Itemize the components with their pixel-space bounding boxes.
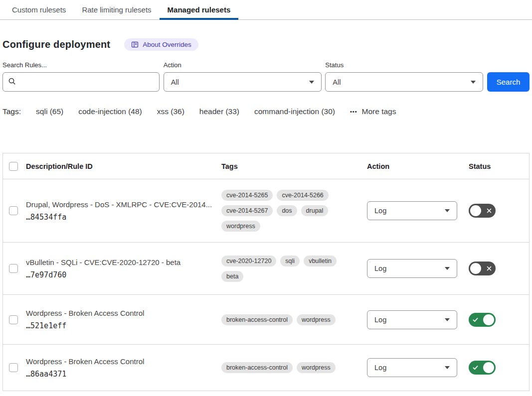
- action-dropdown-value: Log: [374, 207, 386, 215]
- tag-pill: broken-access-control: [221, 362, 293, 373]
- chevron-down-icon: [445, 318, 450, 321]
- column-header-action: Action: [367, 162, 469, 170]
- tag-pill: wordpress: [297, 362, 336, 373]
- table-row: Wordpress - Broken Access Control …521e1…: [3, 295, 529, 345]
- status-toggle[interactable]: [469, 204, 496, 218]
- action-select-value: All: [171, 78, 179, 86]
- search-rules-input[interactable]: [20, 78, 154, 86]
- rule-tags-cell: cve-2014-5265 cve-2014-5266 cve-2014-526…: [221, 190, 367, 232]
- tag-pill: cve-2020-12720: [221, 256, 276, 266]
- column-header-status: Status: [469, 162, 529, 170]
- tag-pill: cve-2014-5267: [221, 205, 273, 216]
- search-filter: Search Rules...: [2, 61, 160, 92]
- action-filter: Action All: [164, 61, 322, 92]
- tab-managed-rulesets[interactable]: Managed rulesets: [160, 0, 239, 20]
- status-filter: Status All: [325, 61, 483, 92]
- about-overrides-badge[interactable]: About Overrides: [124, 38, 198, 51]
- rule-description-cell: Drupal, Wordpress - DoS - XMLRPC - CVE:C…: [26, 200, 221, 222]
- status-select[interactable]: All: [325, 72, 483, 92]
- check-icon: [472, 316, 479, 323]
- action-dropdown-value: Log: [374, 264, 386, 272]
- search-rules-label: Search Rules...: [2, 61, 160, 69]
- search-button[interactable]: Search: [487, 72, 530, 92]
- toggle-knob: [483, 314, 494, 325]
- rule-action-cell: Log: [367, 259, 469, 278]
- tag-pill: wordpress: [297, 314, 336, 325]
- chevron-down-icon: [309, 81, 314, 84]
- table-row: Drupal, Wordpress - DoS - XMLRPC - CVE:C…: [3, 179, 529, 243]
- book-icon: [131, 41, 139, 48]
- more-tags-button[interactable]: ••• More tags: [350, 107, 396, 116]
- rule-action-cell: Log: [367, 358, 469, 377]
- column-header-description: Description/Rule ID: [26, 162, 221, 170]
- row-checkbox[interactable]: [9, 363, 18, 372]
- rule-title: Wordpress - Broken Access Control: [26, 357, 221, 366]
- chevron-down-icon: [445, 209, 450, 212]
- ruleset-tabs: Custom rulesets Rate limiting rulesets M…: [0, 0, 532, 20]
- toggle-knob: [483, 362, 494, 373]
- tag-pill: dos: [277, 205, 297, 216]
- tag-filter-header[interactable]: header (33): [199, 107, 239, 116]
- rule-title: Drupal, Wordpress - DoS - XMLRPC - CVE:C…: [26, 200, 221, 209]
- chevron-down-icon: [471, 81, 476, 84]
- status-select-value: All: [333, 78, 341, 86]
- search-icon: [8, 77, 16, 87]
- toggle-knob: [470, 205, 481, 216]
- x-icon: [486, 208, 492, 214]
- tag-filter-command-injection[interactable]: command-injection (30): [254, 107, 335, 116]
- rule-status-cell: [469, 204, 529, 218]
- row-checkbox[interactable]: [9, 264, 18, 273]
- action-dropdown[interactable]: Log: [367, 259, 457, 278]
- tab-custom-rulesets[interactable]: Custom rulesets: [4, 0, 74, 20]
- tag-pill: wordpress: [221, 221, 260, 232]
- column-header-tags: Tags: [221, 162, 367, 170]
- tag-filter-code-injection[interactable]: code-injection (48): [78, 107, 142, 116]
- rule-tags-cell: cve-2020-12720 sqli vbulletin beta: [221, 256, 367, 282]
- tab-rate-limiting-rulesets[interactable]: Rate limiting rulesets: [74, 0, 159, 20]
- row-checkbox[interactable]: [9, 315, 18, 324]
- tag-filter-xss[interactable]: xss (36): [157, 107, 184, 116]
- status-toggle[interactable]: [469, 313, 496, 327]
- rule-title: Wordpress - Broken Access Control: [26, 309, 221, 317]
- status-toggle[interactable]: [469, 361, 496, 375]
- tag-pill: broken-access-control: [221, 314, 293, 325]
- action-dropdown[interactable]: Log: [367, 201, 457, 220]
- rule-status-cell: [469, 313, 529, 327]
- more-tags-label: More tags: [362, 107, 396, 116]
- search-box[interactable]: [2, 72, 160, 92]
- rule-id: …86aa4371: [26, 370, 221, 379]
- rule-status-cell: [469, 262, 529, 275]
- check-icon: [472, 365, 479, 371]
- tags-bar: Tags: sqli (65) code-injection (48) xss …: [2, 107, 530, 116]
- tag-filter-sqli[interactable]: sqli (65): [36, 107, 63, 116]
- tag-pill: vbulletin: [304, 256, 337, 266]
- page-header: Configure deployment About Overrides: [2, 38, 530, 51]
- tag-pill: cve-2014-5265: [221, 190, 273, 201]
- rules-table: Description/Rule ID Tags Action Status D…: [2, 153, 530, 391]
- action-select[interactable]: All: [164, 72, 322, 92]
- status-toggle[interactable]: [469, 262, 496, 275]
- action-label: Action: [164, 61, 322, 69]
- badge-label: About Overrides: [143, 41, 191, 48]
- rule-tags-cell: broken-access-control wordpress: [221, 314, 367, 325]
- page-title: Configure deployment: [2, 39, 110, 50]
- select-all-checkbox[interactable]: [9, 162, 18, 171]
- rule-action-cell: Log: [367, 310, 469, 329]
- tag-pill: sqli: [280, 256, 300, 266]
- rule-status-cell: [469, 361, 529, 375]
- rule-description-cell: Wordpress - Broken Access Control …86aa4…: [26, 357, 221, 379]
- action-dropdown-value: Log: [374, 316, 386, 324]
- x-icon: [486, 265, 492, 271]
- rule-description-cell: vBulletin - SQLi - CVE:CVE-2020-12720 - …: [26, 258, 221, 279]
- action-dropdown[interactable]: Log: [367, 358, 457, 377]
- tags-label: Tags:: [2, 107, 21, 116]
- toggle-knob: [470, 263, 481, 274]
- rule-description-cell: Wordpress - Broken Access Control …521e1…: [26, 309, 221, 330]
- table-row: Wordpress - Broken Access Control …86aa4…: [3, 345, 529, 391]
- rule-id: …521e1eff: [26, 321, 221, 330]
- rule-title: vBulletin - SQLi - CVE:CVE-2020-12720 - …: [26, 258, 221, 266]
- action-dropdown[interactable]: Log: [367, 310, 457, 329]
- row-checkbox[interactable]: [9, 206, 18, 215]
- tag-pill: beta: [221, 271, 243, 282]
- table-row: vBulletin - SQLi - CVE:CVE-2020-12720 - …: [3, 243, 529, 295]
